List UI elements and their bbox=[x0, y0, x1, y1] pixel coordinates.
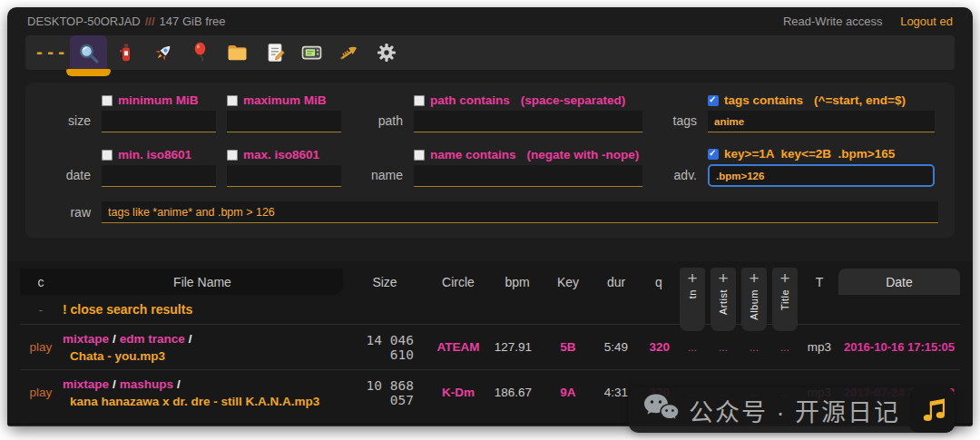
col-header-c[interactable]: c bbox=[20, 269, 62, 295]
access-level: Read-Write access bbox=[783, 15, 883, 28]
memo-icon bbox=[264, 42, 286, 64]
gear-icon bbox=[376, 42, 397, 64]
circle-cell: K-Dm bbox=[426, 370, 490, 416]
file-name-link[interactable]: kana hanazawa x dr. dre - still K.A.N.A.… bbox=[70, 395, 319, 408]
name-checkbox[interactable] bbox=[414, 150, 425, 161]
col-header-file-name[interactable]: File Name bbox=[62, 269, 343, 295]
dashes-icon: --- bbox=[34, 44, 68, 62]
tab-new-doc[interactable] bbox=[256, 35, 293, 70]
add-column-artist[interactable]: +Artist bbox=[710, 268, 736, 331]
size-max-input[interactable] bbox=[227, 111, 341, 132]
path-input[interactable] bbox=[414, 111, 642, 132]
tab-audio-settings[interactable] bbox=[330, 35, 368, 70]
date-min-field: min. iso8601 bbox=[102, 148, 216, 187]
rocket-icon bbox=[152, 42, 174, 64]
size-max-checkbox[interactable] bbox=[227, 95, 238, 106]
path-checkbox[interactable] bbox=[414, 95, 425, 106]
tab-mkdir[interactable] bbox=[219, 35, 256, 70]
table-header-row: c File Name Size Circle bpm Key dur q +t… bbox=[20, 269, 960, 295]
col-header-bpm[interactable]: bpm bbox=[490, 269, 544, 295]
tab-settings[interactable] bbox=[368, 35, 405, 70]
table-row: playmixtape/edm trance/Chata - you.mp314… bbox=[20, 325, 960, 370]
add-column-album[interactable]: +Album bbox=[741, 268, 767, 331]
name-input[interactable] bbox=[414, 165, 642, 187]
add-column-title[interactable]: +Title bbox=[772, 268, 798, 331]
tag-cell-title: ... bbox=[769, 325, 800, 370]
bpm-cell: 186.67 bbox=[490, 370, 544, 416]
plus-icon: + bbox=[779, 268, 789, 288]
adv-input[interactable] bbox=[708, 164, 935, 187]
size-row-label: size bbox=[42, 113, 91, 132]
pager-icon bbox=[300, 43, 323, 63]
play-link[interactable]: play bbox=[30, 386, 53, 399]
col-header-title[interactable]: +Title bbox=[769, 269, 800, 295]
col-header-t[interactable]: T bbox=[800, 269, 838, 295]
col-header-date[interactable]: Date bbox=[838, 269, 960, 295]
bpm-cell: 127.91 bbox=[490, 325, 544, 370]
col-header-q[interactable]: q bbox=[641, 269, 677, 295]
plus-icon: + bbox=[718, 268, 728, 288]
col-header-dur[interactable]: dur bbox=[592, 269, 641, 295]
date-max-input[interactable] bbox=[227, 165, 341, 187]
size-max-field: maximum MiB bbox=[227, 93, 341, 132]
date-max-field: max. iso8601 bbox=[227, 148, 341, 187]
date-min-input[interactable] bbox=[102, 165, 216, 187]
path-separator: /// bbox=[145, 15, 155, 28]
tab-bup[interactable] bbox=[181, 35, 219, 70]
close-search-results-link[interactable]: ! close search results bbox=[63, 302, 192, 317]
tab-search[interactable] bbox=[70, 35, 107, 70]
plus-icon: + bbox=[749, 268, 759, 288]
path-row-label: path bbox=[352, 113, 403, 132]
tab-up2k[interactable] bbox=[144, 35, 181, 70]
close-results-row: - ! close search results bbox=[20, 295, 960, 325]
path-link[interactable]: mixtape bbox=[63, 377, 109, 391]
size-min-checkbox[interactable] bbox=[102, 95, 113, 106]
col-header-tn[interactable]: +tn bbox=[677, 269, 708, 295]
path-separator: / bbox=[173, 377, 184, 391]
close-row-dash: - bbox=[39, 303, 43, 317]
col-header-key[interactable]: Key bbox=[544, 269, 592, 295]
date-cell: 2016-10-16 17:15:05 bbox=[838, 325, 960, 370]
size-min-input[interactable] bbox=[102, 111, 216, 132]
col-header-album[interactable]: +Album bbox=[739, 269, 769, 295]
date-min-label: min. iso8601 bbox=[102, 148, 216, 161]
adv-checkbox[interactable] bbox=[708, 149, 719, 160]
name-row-label: name bbox=[352, 168, 403, 187]
tab-unpost[interactable] bbox=[107, 35, 144, 70]
tags-checkbox[interactable] bbox=[708, 95, 719, 106]
wechat-icon bbox=[643, 393, 680, 427]
plus-icon: + bbox=[687, 268, 697, 288]
path-label: path contains(space-separated) bbox=[414, 93, 642, 107]
tags-label: tags contains(^=start, end=$) bbox=[708, 93, 935, 107]
col-header-artist[interactable]: +Artist bbox=[708, 269, 739, 295]
tab-msg[interactable] bbox=[293, 35, 330, 70]
trumpet-icon bbox=[338, 41, 361, 64]
raw-query-input[interactable] bbox=[102, 201, 938, 223]
path-link[interactable]: edm trance bbox=[120, 332, 185, 346]
tag-cell-artist: ... bbox=[708, 325, 739, 370]
size-cell: 14 046 610 bbox=[343, 325, 426, 370]
q-cell: 320 bbox=[641, 325, 677, 370]
hostname: DESKTOP-50ORJAD bbox=[27, 15, 141, 28]
tag-cell-tn: ... bbox=[677, 325, 708, 370]
file-name-link[interactable]: Chata - you.mp3 bbox=[70, 349, 165, 363]
filetype-cell: mp3 bbox=[800, 325, 838, 370]
tags-row-label: tags bbox=[653, 113, 697, 132]
date-max-checkbox[interactable] bbox=[227, 150, 238, 161]
col-header-circle[interactable]: Circle bbox=[426, 269, 490, 295]
tags-input[interactable] bbox=[708, 111, 935, 132]
adv-label: key>=1A key<=2B .bpm>165 bbox=[708, 147, 935, 161]
size-max-label: maximum MiB bbox=[227, 93, 341, 107]
app-panel: DESKTOP-50ORJAD///147 GiB free Read-Writ… bbox=[7, 7, 973, 426]
date-min-checkbox[interactable] bbox=[102, 150, 113, 161]
logout-link[interactable]: Logout ed bbox=[900, 15, 953, 28]
add-column-tn[interactable]: +tn bbox=[680, 268, 705, 331]
circle-cell: ATEAM bbox=[426, 325, 490, 370]
col-header-size[interactable]: Size bbox=[343, 269, 426, 295]
play-link[interactable]: play bbox=[30, 340, 53, 354]
search-icon bbox=[77, 42, 100, 64]
tab-dashes[interactable]: --- bbox=[33, 35, 70, 70]
path-link[interactable]: mixtape bbox=[63, 332, 109, 346]
path-link[interactable]: mashups bbox=[120, 377, 173, 391]
date-row-label: date bbox=[42, 168, 91, 187]
